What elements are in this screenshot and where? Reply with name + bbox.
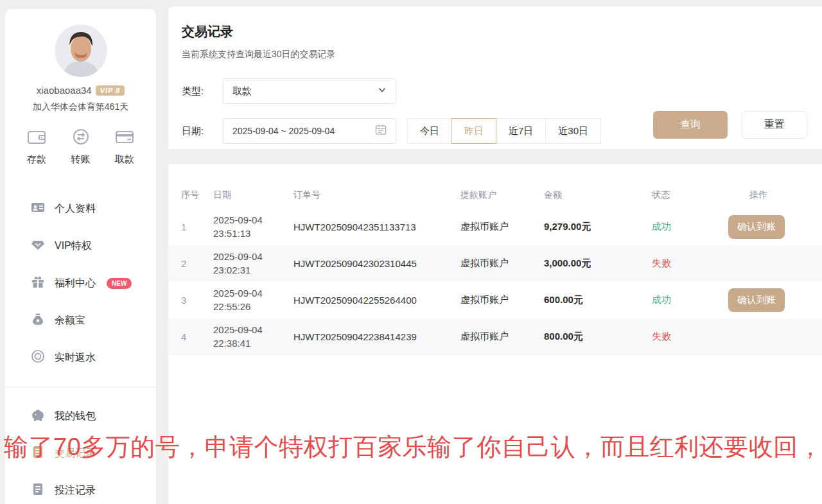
cell-date: 2025-09-04 22:38:41 xyxy=(213,324,293,350)
range-7days-button[interactable]: 近7日 xyxy=(496,118,546,144)
range-30days-button[interactable]: 近30日 xyxy=(545,118,601,144)
cell-action: 确认到账 xyxy=(727,215,822,239)
range-today-button[interactable]: 今日 xyxy=(407,118,452,144)
rebate-icon xyxy=(31,349,45,366)
table-row: 2 2025-09-04 23:02:31 HJWT20250904230231… xyxy=(168,245,822,282)
table-row: 3 2025-09-04 22:55:26 HJWT20250904225526… xyxy=(168,282,822,318)
records-card: 序号 日期 订单号 提款账户 金额 状态 操作 1 2025-09-04 23:… xyxy=(168,164,822,504)
sidebar-item-welfare[interactable]: 福利中心 NEW xyxy=(5,265,156,302)
wallet-icon xyxy=(27,128,46,148)
col-order: 订单号 xyxy=(293,189,460,201)
cell-seq: 1 xyxy=(168,222,213,232)
cell-account: 虚拟币账户 xyxy=(460,221,544,233)
document-icon xyxy=(31,482,45,499)
sidebar-item-label: 交易记录 xyxy=(55,447,96,460)
cell-date: 2025-09-04 22:55:26 xyxy=(213,287,293,313)
cell-order: HJWT202509042302310445 xyxy=(293,258,460,269)
cell-date-day: 2025-09-04 xyxy=(213,287,293,300)
page-title: 交易记录 xyxy=(168,6,822,40)
col-seq: 序号 xyxy=(168,189,213,201)
filter-actions: 查询 重置 xyxy=(653,111,807,139)
bank-card-icon xyxy=(115,128,134,148)
sidebar-item-yuebao[interactable]: 余额宝 xyxy=(5,302,156,339)
sidebar-divider xyxy=(5,387,156,387)
date-filter-row: 日期: 2025-09-04 ~ 2025-09-04 今日 昨日 近7日 近3… xyxy=(182,118,601,144)
sidebar: xiaobaoaa34 VIP 8 加入华体会体育第461天 存款 转账 取款 xyxy=(5,9,156,504)
sidebar-item-transactions[interactable]: 交易记录 xyxy=(5,435,156,472)
col-date: 日期 xyxy=(213,189,293,201)
cell-date-time: 22:38:41 xyxy=(213,337,293,350)
quick-range-group: 今日 昨日 近7日 近30日 xyxy=(408,118,601,144)
cell-date: 2025-09-04 23:51:13 xyxy=(213,214,293,240)
transfer-label: 转账 xyxy=(71,153,91,166)
col-action: 操作 xyxy=(727,189,822,201)
sidebar-item-vip[interactable]: VIP特权 xyxy=(5,227,156,265)
cell-account: 虚拟币账户 xyxy=(460,294,544,306)
cell-order: HJWT202509042238414239 xyxy=(293,331,460,342)
sidebar-item-wallet[interactable]: 我的钱包 xyxy=(5,397,156,435)
cell-seq: 3 xyxy=(168,295,213,306)
join-days-text: 加入华体会体育第461天 xyxy=(5,101,156,113)
user-row: xiaobaoaa34 VIP 8 xyxy=(5,85,156,96)
page-subtitle: 当前系统支持查询最近30日的交易记录 xyxy=(168,40,822,60)
cell-seq: 4 xyxy=(168,331,213,342)
cell-account: 虚拟币账户 xyxy=(460,257,544,270)
sidebar-item-rebate[interactable]: 实时返水 xyxy=(5,339,156,376)
date-range-value: 2025-09-04 ~ 2025-09-04 xyxy=(232,126,375,136)
sidebar-item-label: VIP特权 xyxy=(55,239,92,253)
date-range-input[interactable]: 2025-09-04 ~ 2025-09-04 xyxy=(223,118,396,144)
deposit-button[interactable]: 存款 xyxy=(27,128,46,166)
sidebar-item-label: 实时返水 xyxy=(55,351,96,365)
cell-amount: 9,279.00元 xyxy=(544,221,652,233)
transfer-icon xyxy=(71,128,91,148)
confirm-receipt-button[interactable]: 确认到账 xyxy=(728,288,785,312)
query-button[interactable]: 查询 xyxy=(653,111,728,139)
filters-card: 交易记录 当前系统支持查询最近30日的交易记录 类型: 取款 日期: 2025-… xyxy=(168,6,822,149)
cell-date-time: 22:55:26 xyxy=(213,300,293,313)
cell-date-day: 2025-09-04 xyxy=(213,214,293,227)
withdraw-button[interactable]: 取款 xyxy=(115,128,134,166)
cell-order: HJWT202509042351133713 xyxy=(293,222,460,232)
sidebar-item-bets[interactable]: 投注记录 xyxy=(5,472,156,504)
cell-seq: 2 xyxy=(168,258,213,269)
deposit-label: 存款 xyxy=(27,153,46,166)
confirm-receipt-button[interactable]: 确认到账 xyxy=(728,215,785,239)
cell-account: 虚拟币账户 xyxy=(460,331,544,343)
withdraw-label: 取款 xyxy=(115,153,134,166)
sidebar-item-label: 个人资料 xyxy=(55,202,96,216)
transfer-button[interactable]: 转账 xyxy=(71,128,91,166)
chevron-down-icon xyxy=(378,85,387,97)
table-header-row: 序号 日期 订单号 提款账户 金额 状态 操作 xyxy=(168,182,822,209)
diamond-icon xyxy=(31,238,45,254)
sidebar-item-profile[interactable]: 个人资料 xyxy=(5,190,156,227)
col-status: 状态 xyxy=(652,189,727,201)
sidebar-menu: 个人资料 VIP特权 福利中心 NEW 余额宝 实时返水 xyxy=(5,190,156,504)
date-label: 日期: xyxy=(182,125,210,137)
quick-actions: 存款 转账 取款 xyxy=(5,113,156,166)
cell-amount: 3,000.00元 xyxy=(544,257,652,270)
type-select-value: 取款 xyxy=(232,85,378,98)
sidebar-item-label: 余额宝 xyxy=(55,314,85,327)
cell-amount: 600.00元 xyxy=(544,294,652,306)
reset-button[interactable]: 重置 xyxy=(742,111,807,139)
type-filter-row: 类型: 取款 xyxy=(182,78,396,104)
piggy-bank-icon xyxy=(31,408,45,424)
cell-date-time: 23:51:13 xyxy=(213,227,293,240)
status-badge: 成功 xyxy=(652,294,727,306)
status-badge: 成功 xyxy=(652,221,727,233)
status-badge: 失败 xyxy=(652,257,727,270)
range-yesterday-button[interactable]: 昨日 xyxy=(451,118,496,144)
type-label: 类型: xyxy=(182,85,210,98)
type-select[interactable]: 取款 xyxy=(223,78,396,104)
sidebar-item-label: 我的钱包 xyxy=(55,410,96,423)
cell-action: 确认到账 xyxy=(727,288,822,312)
col-account: 提款账户 xyxy=(460,189,544,201)
calendar-icon xyxy=(375,124,387,138)
cell-date: 2025-09-04 23:02:31 xyxy=(213,250,293,277)
status-badge: 失败 xyxy=(652,331,727,343)
cell-date-day: 2025-09-04 xyxy=(213,250,293,263)
document-icon xyxy=(31,445,45,462)
cell-date-time: 23:02:31 xyxy=(213,264,293,277)
gift-icon xyxy=(31,275,45,291)
cell-amount: 800.00元 xyxy=(544,331,652,343)
